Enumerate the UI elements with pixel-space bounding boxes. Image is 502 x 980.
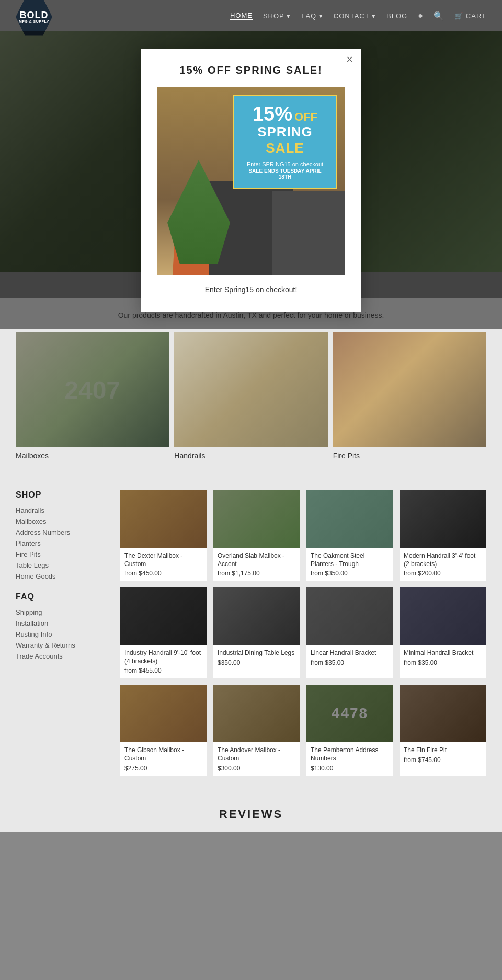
product-image (400, 587, 486, 645)
nav-contact[interactable]: CONTACT ▾ (334, 12, 376, 20)
sidebar-link-handrails[interactable]: Handrails (16, 505, 110, 516)
shop-section: SHOP Handrails Mailboxes Address Numbers… (0, 480, 502, 787)
shop-sidebar-title: SHOP (16, 490, 110, 500)
sidebar-link-mailboxes[interactable]: Mailboxes (16, 516, 110, 527)
product-image (306, 490, 393, 548)
nav-home[interactable]: HOME (230, 11, 253, 20)
nav-shop[interactable]: SHOP ▾ (263, 12, 291, 20)
product-name: The Dexter Mailbox - Custom (124, 552, 203, 568)
header: BOLD MFG & SUPPLY HOME SHOP ▾ FAQ ▾ CONT… (0, 0, 502, 31)
cart-label: CART (466, 12, 486, 20)
reviews-section: REVIEWS (0, 787, 502, 832)
product-name: Modern Handrail 3'-4' foot (2 brackets) (404, 552, 482, 568)
product-card[interactable]: Industrial Dining Table Legs $350.00 (213, 587, 300, 678)
product-card[interactable]: Minimal Handrail Bracket from $35.00 (400, 587, 486, 678)
product-image (306, 587, 393, 645)
product-price: from $745.00 (404, 756, 482, 764)
modal-overlay: × 15% OFF SPRING SALE! 15% OFF SPRING SA… (0, 31, 502, 329)
category-firepits[interactable]: Fire Pits (333, 332, 486, 464)
category-handrails-img (174, 332, 327, 447)
sidebar-link-home-goods[interactable]: Home Goods (16, 571, 110, 582)
sidebar-link-installation[interactable]: Installation (16, 618, 110, 629)
product-card[interactable]: The Fin Fire Pit from $745.00 (400, 685, 486, 776)
sidebar-link-planters[interactable]: Planters (16, 538, 110, 549)
modal-footer: Enter Spring15 on checkout! (157, 285, 345, 294)
product-name: Overland Slab Mailbox - Accent (218, 552, 296, 568)
logo-text-bold: BOLD (20, 10, 49, 20)
product-name: Industrial Dining Table Legs (218, 649, 296, 658)
modal: × 15% OFF SPRING SALE! 15% OFF SPRING SA… (141, 49, 361, 312)
nav-faq[interactable]: FAQ ▾ (301, 12, 323, 20)
category-firepits-label: Fire Pits (333, 447, 486, 464)
logo-text-sub: MFG & SUPPLY (19, 20, 49, 24)
product-card[interactable]: The Gibson Mailbox - Custom $275.00 (120, 685, 207, 776)
sidebar-link-trade-accounts[interactable]: Trade Accounts (16, 651, 110, 662)
sale-spring: SPRING (245, 124, 325, 140)
nav-blog[interactable]: BLOG (386, 12, 407, 20)
modal-image: 15% OFF SPRING SALE Enter SPRING15 on ch… (157, 87, 345, 275)
product-price: from $455.00 (124, 667, 203, 674)
faq-sidebar-title: FAQ (16, 592, 110, 602)
product-image: 4478 (306, 685, 393, 742)
product-card[interactable]: The Oakmont Steel Planters - Trough from… (306, 490, 393, 581)
product-price: from $200.00 (404, 570, 482, 577)
search-icon[interactable]: 🔍 (433, 11, 444, 21)
modal-close-button[interactable]: × (346, 54, 353, 65)
product-price: from $350.00 (311, 570, 389, 577)
sidebar-link-address-numbers[interactable]: Address Numbers (16, 527, 110, 538)
sidebar-link-table-legs[interactable]: Table Legs (16, 560, 110, 571)
product-card[interactable]: Modern Handrail 3'-4' foot (2 brackets) … (400, 490, 486, 581)
product-card[interactable]: Overland Slab Mailbox - Accent from $1,1… (213, 490, 300, 581)
product-card[interactable]: The Dexter Mailbox - Custom from $450.00 (120, 490, 207, 581)
product-price: from $1,175.00 (218, 570, 296, 577)
product-image (213, 490, 300, 548)
product-image (213, 587, 300, 645)
product-image (400, 490, 486, 548)
product-image (120, 685, 207, 742)
product-image (120, 587, 207, 645)
product-card[interactable]: The Andover Mailbox - Custom $300.00 (213, 685, 300, 776)
product-image (213, 685, 300, 742)
category-mailboxes-label: Mailboxes (16, 447, 169, 464)
product-grid: The Dexter Mailbox - Custom from $450.00… (120, 490, 486, 776)
user-icon[interactable]: ● (418, 11, 423, 20)
category-handrails-label: Handrails (174, 447, 327, 464)
hero-section: × 15% OFF SPRING SALE! 15% OFF SPRING SA… (0, 31, 502, 298)
cart-button[interactable]: 🛒 CART (454, 12, 486, 20)
product-price: from $35.00 (311, 659, 389, 666)
sale-off: OFF (294, 110, 317, 124)
sale-enter-text: Enter SPRING15 on checkout (245, 160, 325, 168)
sale-text: SALE (245, 140, 325, 156)
sidebar-link-fire-pits[interactable]: Fire Pits (16, 549, 110, 560)
product-image (400, 685, 486, 742)
sidebar-link-shipping[interactable]: Shipping (16, 607, 110, 618)
cart-icon: 🛒 (454, 12, 463, 20)
logo[interactable]: BOLD MFG & SUPPLY (16, 0, 52, 36)
sale-ends-text: SALE ENDS TUESDAY APRIL 18TH (245, 168, 325, 180)
product-name: The Gibson Mailbox - Custom (124, 746, 203, 763)
sidebar-link-warranty-returns[interactable]: Warranty & Returns (16, 640, 110, 651)
sidebar-link-rusting-info[interactable]: Rusting Info (16, 629, 110, 640)
sidebar: SHOP Handrails Mailboxes Address Numbers… (16, 490, 110, 776)
product-price: $350.00 (218, 659, 296, 666)
modal-title: 15% OFF SPRING SALE! (157, 64, 345, 76)
product-price: $275.00 (124, 765, 203, 772)
product-card[interactable]: Linear Handrail Bracket from $35.00 (306, 587, 393, 678)
main-nav: HOME SHOP ▾ FAQ ▾ CONTACT ▾ BLOG ● 🔍 🛒 C… (230, 11, 486, 21)
category-firepits-img (333, 332, 486, 447)
category-handrails[interactable]: Handrails (174, 332, 327, 464)
product-price: $130.00 (311, 765, 389, 772)
reviews-title: REVIEWS (16, 808, 486, 821)
product-name: Industry Handrail 9'-10' foot (4 bracket… (124, 649, 203, 665)
product-name: The Oakmont Steel Planters - Trough (311, 552, 389, 568)
product-name: The Andover Mailbox - Custom (218, 746, 296, 763)
product-card[interactable]: 4478 The Pemberton Address Numbers $130.… (306, 685, 393, 776)
category-mailboxes[interactable]: 2407 Mailboxes (16, 332, 169, 464)
product-name: Linear Handrail Bracket (311, 649, 389, 658)
product-name: The Fin Fire Pit (404, 746, 482, 755)
product-price: from $35.00 (404, 659, 482, 666)
sale-percent: 15% (253, 104, 292, 124)
category-mailboxes-img: 2407 (16, 332, 169, 447)
product-card[interactable]: Industry Handrail 9'-10' foot (4 bracket… (120, 587, 207, 678)
product-name: The Pemberton Address Numbers (311, 746, 389, 763)
